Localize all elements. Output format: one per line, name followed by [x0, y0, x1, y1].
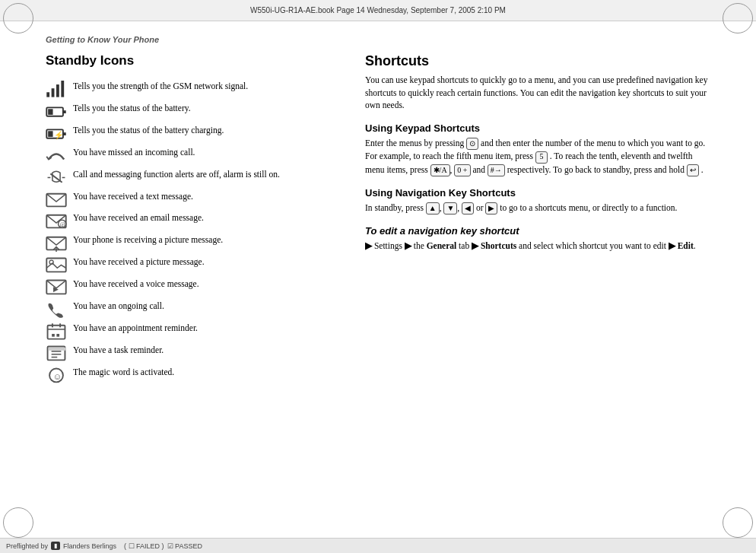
shortcuts-intro: You can use keypad shortcuts to quickly … [365, 74, 710, 112]
list-item: You have received a picture message. [46, 255, 342, 274]
arrow-2: ▶ [405, 241, 411, 250]
top-bar: W550i-UG-R1A-AE.book Page 14 Wednesday, … [0, 0, 756, 21]
deco-circle-tr [723, 3, 753, 33]
voice-message-icon: ▶ [46, 277, 67, 296]
content-area: Getting to Know Your Phone Standby Icons [46, 21, 710, 523]
receiving-picture-text: Your phone is receiving a picture messag… [73, 233, 342, 246]
edit-label: Edit [678, 241, 694, 250]
preflight-text: Preflighted by [6, 542, 48, 550]
svg-rect-34 [49, 348, 66, 351]
appointment-text: You have an appointment reminder. [73, 321, 342, 335]
arrow-3: ▶ [472, 241, 478, 250]
nav-key-shortcuts-body: In standby, press ▲, ▼, ◀ or ▶ to go to … [365, 202, 710, 215]
svg-text:▶: ▶ [53, 285, 59, 293]
keypad-shortcuts-body: Enter the menus by pressing ⊙ and then e… [365, 137, 710, 176]
text-message-icon [46, 189, 67, 208]
to-edit-nav-key-heading: To edit a navigation key shortcut [365, 225, 710, 237]
general-tab-label: General [427, 241, 457, 250]
signal-icon [46, 79, 67, 98]
right-column: Shortcuts You can use keypad shortcuts t… [365, 53, 710, 523]
task-text: You have a task reminder. [73, 343, 342, 357]
preflight-logo: ▮ [51, 542, 60, 550]
voice-message-text: You have received a voice message. [73, 277, 342, 291]
picture-message-text: You have received a picture message. [73, 255, 342, 269]
battery-text: Tells you the status of the battery. [73, 101, 342, 115]
using-nav-key-shortcuts-heading: Using Navigation Key Shortcuts [365, 187, 710, 199]
list-item: ■ ■ You have an appointment reminder. [46, 321, 342, 340]
preflight-passed: ☑ PASSED [167, 542, 202, 550]
preflight-bar: Preflighted by ▮ Flanders Berlings ( ☐ F… [0, 538, 756, 553]
deco-circle-tl [3, 3, 33, 33]
picture-message-icon [46, 255, 67, 274]
svg-rect-9 [48, 131, 52, 137]
task-icon [46, 343, 67, 362]
nav-down-button: ▼ [443, 202, 457, 215]
list-item: Tells you the strength of the GSM networ… [46, 79, 342, 98]
preflight-failed: ( ☐ FAILED ) [124, 542, 164, 550]
text-message-text: You have received a text message. [73, 189, 342, 203]
list-item: Your phone is receiving a picture messag… [46, 233, 342, 252]
ongoing-call-text: You have an ongoing call. [73, 299, 342, 313]
svg-rect-6 [48, 109, 52, 115]
edit-nav-key-body: ▶ Settings ▶ the General tab ▶ Shortcuts… [365, 240, 710, 253]
magic-word-icon: ☺ [46, 365, 67, 384]
shortcuts-title: Shortcuts [365, 53, 710, 69]
list-item: You have received a text message. [46, 189, 342, 208]
svg-text:⚡: ⚡ [54, 129, 64, 139]
and-text: and [472, 165, 485, 174]
list-item: @ You have received an email message. [46, 211, 342, 230]
key-star-button: ✱/A [430, 164, 450, 176]
svg-text:■: ■ [56, 332, 60, 338]
preflight-company: Flanders Berlings [63, 542, 116, 550]
arrow-4: ▶ [669, 241, 675, 250]
using-keypad-shortcuts-heading: Using Keypad Shortcuts [365, 122, 710, 134]
email-text: You have received an email message. [73, 211, 342, 224]
arrow-1: ▶ [365, 241, 372, 250]
key-0-button: 0 + [454, 164, 470, 176]
list-item: ☺ The magic word is activated. [46, 365, 342, 384]
svg-rect-0 [46, 92, 49, 97]
svg-text:■: ■ [52, 332, 56, 338]
list-item: ▶ You have received a voice message. [46, 277, 342, 296]
magic-word-text: The magic word is activated. [73, 365, 342, 379]
svg-rect-2 [56, 84, 59, 97]
nav-up-button: ▲ [426, 202, 440, 215]
standby-icons-title: Standby Icons [46, 53, 342, 68]
nav-left-button: ◀ [462, 202, 474, 215]
appointment-icon: ■ ■ [46, 321, 67, 340]
list-item: ⚡ Tells you the status of the battery ch… [46, 123, 342, 142]
ongoing-call-icon [46, 299, 67, 318]
shortcuts-label: Shortcuts [481, 241, 516, 250]
two-col-layout: Standby Icons Tells you the str [46, 53, 710, 523]
charging-text: Tells you the status of the battery char… [73, 123, 342, 137]
nav-right-button: ▶ [485, 202, 497, 215]
end-button: ↩ [687, 164, 699, 176]
file-info: W550i-UG-R1A-AE.book Page 14 Wednesday, … [250, 6, 506, 14]
svg-text:☺: ☺ [53, 371, 62, 380]
key-hash-button: #→ [488, 164, 505, 176]
list-item: You have missed an incoming call. [46, 145, 342, 164]
signal-text: Tells you the strength of the GSM networ… [73, 79, 342, 93]
charging-icon: ⚡ [46, 123, 67, 142]
list-item: You have an ongoing call. [46, 299, 342, 318]
icons-list: Tells you the strength of the GSM networ… [46, 79, 342, 384]
missed-call-text: You have missed an incoming call. [73, 145, 342, 159]
deco-circle-br [723, 507, 753, 538]
chapter-title: Getting to Know Your Phone [46, 35, 710, 44]
receiving-picture-icon [46, 233, 67, 252]
battery-icon [46, 101, 67, 120]
key-5-button: 5 [535, 151, 548, 164]
missed-call-icon [46, 145, 67, 164]
silence-text: Call and messaging function alerts are o… [73, 167, 342, 181]
left-column: Standby Icons Tells you the str [46, 53, 342, 523]
list-item: Tells you the status of the battery. [46, 101, 342, 120]
svg-rect-5 [63, 110, 66, 113]
svg-text:@: @ [59, 222, 65, 229]
list-item: Call and messaging function alerts are o… [46, 167, 342, 186]
silence-icon [46, 167, 67, 186]
svg-rect-3 [61, 81, 64, 97]
deco-circle-bl [3, 507, 33, 538]
list-item: You have a task reminder. [46, 343, 342, 362]
svg-rect-1 [52, 88, 55, 97]
menu-button: ⊙ [466, 138, 478, 150]
